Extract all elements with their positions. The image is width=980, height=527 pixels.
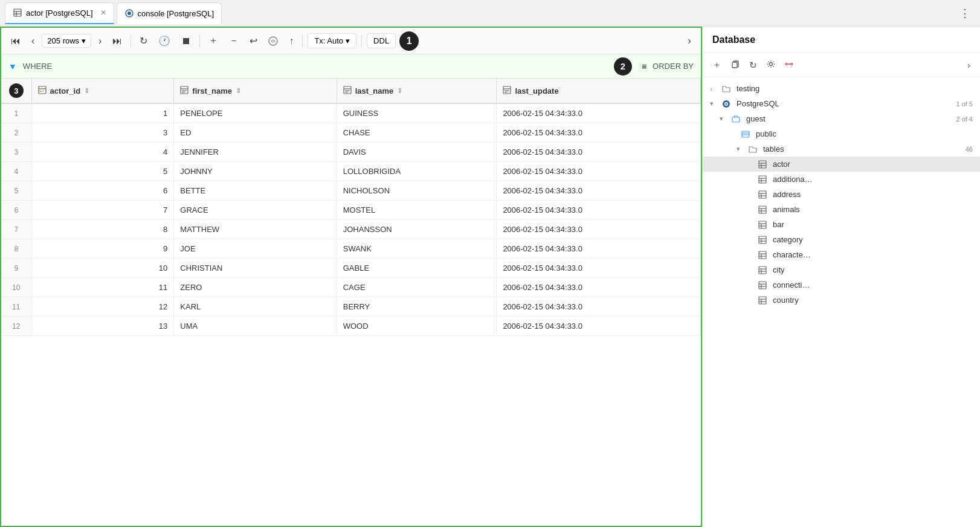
first-row-button[interactable]: ⏮ <box>7 33 24 49</box>
col-first-name-sort[interactable]: ⇕ <box>236 87 241 95</box>
undo-button[interactable]: ↩ <box>246 33 261 49</box>
actor-id-cell: 3 <box>31 123 174 143</box>
actor-id-cell: 12 <box>31 297 174 317</box>
table-body: 1 1 PENELOPE GUINESS 2006-02-15 04:34:33… <box>1 103 701 336</box>
next-row-button[interactable]: › <box>95 33 105 49</box>
sidebar-copy-button[interactable] <box>727 57 743 73</box>
tree-item-additiona-[interactable]: additiona… <box>703 172 980 187</box>
table-row[interactable]: 11 12 KARL BERRY 2006-02-15 04:34:33.0 <box>1 297 701 317</box>
upload-button[interactable]: ↑ <box>285 33 297 49</box>
table-icon <box>13 8 22 18</box>
sidebar-settings-button[interactable] <box>763 57 779 73</box>
filter-icon: ▼ <box>8 62 17 71</box>
sidebar-add-button[interactable]: ＋ <box>709 57 725 73</box>
col-last-name[interactable]: last_name ⇕ <box>337 79 497 103</box>
row-num-cell: 9 <box>1 259 31 278</box>
row-num-cell: 10 <box>1 278 31 297</box>
col-actor-id[interactable]: actor_id ⇕ <box>31 79 174 103</box>
last-name-cell: GUINESS <box>337 103 497 123</box>
rows-selector[interactable]: 205 rows ▾ <box>42 34 91 48</box>
prev-row-button[interactable]: ‹ <box>28 33 38 49</box>
ddl-button[interactable]: DDL <box>367 33 396 48</box>
col-actor-id-label: actor_id <box>50 86 81 95</box>
tree-item-category[interactable]: category <box>703 232 980 247</box>
last-update-cell: 2006-02-15 04:34:33.0 <box>497 201 701 220</box>
add-row-button[interactable]: ＋ <box>205 32 222 50</box>
col-first-name[interactable]: first_name ⇕ <box>174 79 337 103</box>
tree-item-label: actor <box>773 160 973 169</box>
table-row[interactable]: 10 11 ZERO CAGE 2006-02-15 04:34:33.0 <box>1 278 701 297</box>
tree-icon <box>758 160 767 169</box>
table-row[interactable]: 8 9 JOE SWANK 2006-02-15 04:34:33.0 <box>1 239 701 259</box>
toolbar: ⏮ ‹ 205 rows ▾ › ⏭ ↻ 🕐 ⏹ ＋ － ↩ ↑ <box>1 28 701 54</box>
filter-bar: ▼ WHERE 2 ≡ ORDER BY <box>1 54 701 79</box>
copy-button[interactable] <box>265 34 282 48</box>
tree-item-animals[interactable]: animals <box>703 202 980 217</box>
sidebar-nav-button[interactable]: › <box>964 57 974 73</box>
table-row[interactable]: 7 8 MATTHEW JOHANSSON 2006-02-15 04:34:3… <box>1 220 701 239</box>
tab-console[interactable]: console [PostgreSQL] <box>117 2 222 24</box>
history-button[interactable]: 🕐 <box>155 33 174 49</box>
tree-item-label: guest <box>746 114 950 123</box>
tree-item-testing[interactable]: › testing <box>703 81 980 96</box>
row-num-cell: 1 <box>1 103 31 123</box>
last-row-button[interactable]: ⏭ <box>109 33 126 49</box>
table-row[interactable]: 3 4 JENNIFER DAVIS 2006-02-15 04:34:33.0 <box>1 143 701 162</box>
tab-actor[interactable]: actor [PostgreSQL] ✕ <box>5 2 114 24</box>
tx-dropdown-icon: ▾ <box>346 36 350 45</box>
sidebar-title: Database <box>712 34 755 45</box>
svg-rect-30 <box>742 131 749 137</box>
sep3 <box>302 35 303 47</box>
table-row[interactable]: 12 13 UMA WOOD 2006-02-15 04:34:33.0 <box>1 317 701 336</box>
table-row[interactable]: 4 5 JOHNNY LOLLOBRIGIDA 2006-02-15 04:34… <box>1 162 701 181</box>
col-last-update[interactable]: last_update <box>497 79 701 103</box>
table-row[interactable]: 1 1 PENELOPE GUINESS 2006-02-15 04:34:33… <box>1 103 701 123</box>
tab-more-button[interactable]: ⋮ <box>955 4 975 22</box>
tree-item-characte-[interactable]: characte… <box>703 247 980 262</box>
tree-item-country[interactable]: country <box>703 293 980 308</box>
tree-item-city[interactable]: city <box>703 262 980 277</box>
tree-item-label: category <box>773 235 973 244</box>
tree-item-postgresql[interactable]: ▾ PostgreSQL 1 of 5 <box>703 96 980 111</box>
refresh-button[interactable]: ↻ <box>136 33 151 49</box>
sidebar-disconnect-button[interactable] <box>781 57 797 73</box>
table-row[interactable]: 9 10 CHRISTIAN GABLE 2006-02-15 04:34:33… <box>1 259 701 278</box>
row-num-cell: 11 <box>1 297 31 317</box>
table-row[interactable]: 2 3 ED CHASE 2006-02-15 04:34:33.0 <box>1 123 701 143</box>
tree-item-tables[interactable]: ▾ tables 46 <box>703 141 980 157</box>
stop-button[interactable]: ⏹ <box>178 33 195 49</box>
tx-button[interactable]: Tx: Auto ▾ <box>308 33 356 48</box>
svg-rect-16 <box>344 86 351 94</box>
tree-item-public[interactable]: public <box>703 126 980 141</box>
sidebar-toolbar: ＋ ↻ › <box>703 53 980 77</box>
svg-rect-57 <box>759 251 766 259</box>
col-actor-id-sort[interactable]: ⇕ <box>84 87 89 95</box>
sidebar-refresh-button[interactable]: ↻ <box>746 57 761 73</box>
tree-item-address[interactable]: address <box>703 187 980 202</box>
svg-rect-33 <box>759 161 766 168</box>
badge-2: 2 <box>614 57 632 76</box>
tab-bar: actor [PostgreSQL] ✕ console [PostgreSQL… <box>0 0 980 27</box>
expand-button[interactable]: › <box>684 32 695 50</box>
col-last-name-icon <box>343 86 352 96</box>
tree-item-guest[interactable]: ▾ guest 2 of 4 <box>703 111 980 126</box>
table-row[interactable]: 6 7 GRACE MOSTEL 2006-02-15 04:34:33.0 <box>1 201 701 220</box>
tab-close-icon[interactable]: ✕ <box>100 8 106 17</box>
sep1 <box>131 35 131 47</box>
tree-item-bar[interactable]: bar <box>703 217 980 232</box>
col-last-name-sort[interactable]: ⇕ <box>397 87 402 95</box>
tree-item-label: city <box>773 265 973 274</box>
last-update-cell: 2006-02-15 04:34:33.0 <box>497 181 701 201</box>
last-name-cell: NICHOLSON <box>337 181 497 201</box>
order-by-label: ORDER BY <box>653 62 694 71</box>
first-name-cell: UMA <box>174 317 337 336</box>
tree-item-label: PostgreSQL <box>737 99 950 108</box>
remove-row-button[interactable]: － <box>225 32 242 50</box>
tree-item-connecti-[interactable]: connecti… <box>703 277 980 293</box>
tree-item-actor[interactable]: actor <box>703 157 980 172</box>
last-name-cell: GABLE <box>337 259 497 278</box>
col-first-name-icon <box>180 86 189 96</box>
where-label: WHERE <box>23 62 52 71</box>
table-row[interactable]: 5 6 BETTE NICHOLSON 2006-02-15 04:34:33.… <box>1 181 701 201</box>
tab-actor-label: actor [PostgreSQL] <box>26 8 93 18</box>
